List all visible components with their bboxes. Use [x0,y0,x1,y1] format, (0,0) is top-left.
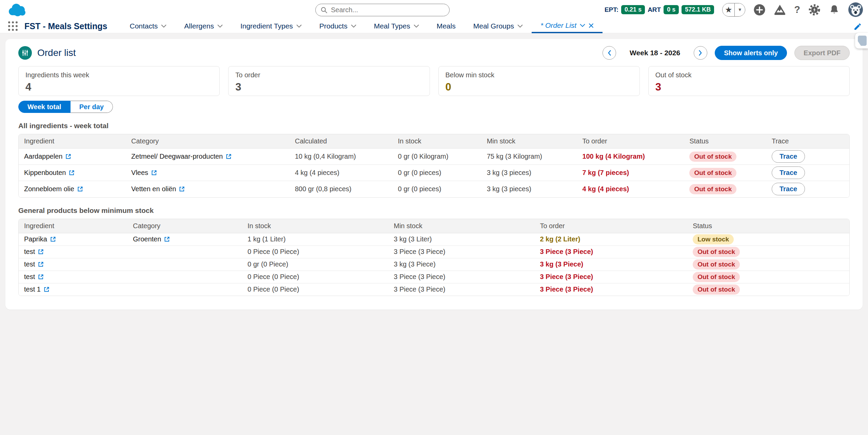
external-link-icon [77,186,83,192]
art-value-badge: 0 s [664,5,679,14]
chevron-down-icon[interactable] [161,24,166,28]
search-input[interactable] [331,6,445,14]
card-ingredients-this-week: Ingredients this week 4 [18,66,220,96]
chevron-down-icon[interactable] [414,24,419,28]
external-link-icon [38,261,44,267]
tab-allergens[interactable]: Allergens [175,19,232,33]
to-order-cell: 7 kg (7 pieces) [577,165,684,181]
next-week-button[interactable] [694,46,707,60]
chevron-down-icon[interactable] [351,24,356,28]
trace-button[interactable]: Trace [772,150,805,163]
table-row: test 1 0 Piece (0 Piece) 3 Piece (3 Piec… [19,283,849,296]
ingredient-link[interactable]: Aardappelen [24,153,71,160]
card-out-of-stock: Out of stock 3 [648,66,850,96]
panel-icon [858,36,867,46]
art-label: ART [648,6,661,14]
external-link-icon [179,186,185,192]
tab-order-list-active[interactable]: * Order List [532,19,603,33]
setup-gear-icon[interactable] [808,4,821,16]
to-order-cell: 2 kg (2 Liter) [534,233,687,245]
ingredient-link[interactable]: test 1 [24,285,50,293]
view-toggle: Week total Per day [18,101,113,113]
min-stock-cell: 3 Piece (3 Piece) [388,283,534,296]
chevron-down-icon[interactable] [517,24,523,28]
category-link[interactable]: Vetten en oliën [131,185,185,193]
help-icon[interactable]: ? [794,4,800,15]
tab-meal-groups[interactable]: Meal Groups [465,19,532,33]
external-link-icon [69,170,75,176]
calculated-cell: 10 kg (0,4 Kilogram) [290,149,393,165]
trailhead-icon[interactable] [774,4,786,16]
tab-meal-types[interactable]: Meal Types [365,19,428,33]
payload-size-badge: 572.1 KB [682,5,714,14]
to-order-cell: 100 kg (4 Kilogram) [577,149,684,165]
week-table-heading: All ingredients - week total [18,122,850,130]
performance-counters: EPT: 0.21 s ART 0 s 572.1 KB [605,5,714,14]
docked-panel-toggle[interactable] [855,33,868,48]
ingredient-link[interactable]: Kippenbouten [24,169,75,177]
chevron-right-icon [698,50,703,56]
per-day-toggle[interactable]: Per day [71,101,113,113]
to-order-cell: 3 kg (3 Piece) [534,258,687,271]
external-link-icon [38,249,44,255]
category-link[interactable]: Vlees [131,169,157,177]
tab-contacts[interactable]: Contacts [121,19,175,33]
favorite-star-icon[interactable]: ★ [723,3,735,16]
edit-pencil-icon[interactable] [853,22,862,32]
table-row: test 0 Piece (0 Piece) 3 Piece (3 Piece)… [19,245,849,258]
chevron-left-icon [607,50,611,56]
to-order-cell: 3 Piece (3 Piece) [534,283,687,296]
trace-button[interactable]: Trace [772,166,805,179]
in-stock-cell: 1 kg (1 Liter) [242,233,388,245]
chevron-down-icon[interactable] [580,24,585,27]
card-value: 3 [235,81,422,93]
category-link[interactable]: Groenten [133,235,170,243]
previous-week-button[interactable] [603,46,616,60]
tab-ingredient-types[interactable]: Ingredient Types [232,19,311,33]
ingredient-link[interactable]: test [24,273,44,281]
order-list-card: Order list Week 18 - 2026 Show alerts on… [5,39,863,310]
external-link-icon [151,170,157,176]
ingredient-link[interactable]: test [24,260,44,268]
summary-cards: Ingredients this week 4 To order 3 Below… [18,66,850,96]
table-row: test 0 Piece (0 Piece) 3 Piece (3 Piece)… [19,271,849,283]
tab-products[interactable]: Products [311,19,365,33]
calculated-cell: 4 kg (4 pieces) [290,165,393,181]
in-stock-cell: 0 Piece (0 Piece) [242,271,388,283]
ept-value-badge: 0.21 s [621,5,645,14]
ingredient-link[interactable]: Paprika [24,235,56,243]
favorites-dropdown-icon[interactable]: ▼ [735,3,745,16]
status-badge: Out of stock [693,259,740,270]
general-products-table: Ingredient Category In stock Min stock T… [19,219,849,296]
week-total-toggle[interactable]: Week total [18,101,71,113]
ingredient-link[interactable]: Zonnebloem olie [24,185,83,193]
show-alerts-only-button[interactable]: Show alerts only [715,46,787,60]
global-search[interactable] [315,4,450,16]
external-link-icon [226,154,232,159]
app-launcher-waffle-icon[interactable] [8,21,18,31]
min-stock-cell: 3 Piece (3 Piece) [388,245,534,258]
week-total-table: Ingredient Category Calculated In stock … [19,134,849,197]
external-link-icon [38,274,44,280]
card-value: 4 [25,81,213,93]
external-link-icon [65,154,71,159]
global-header: EPT: 0.21 s ART 0 s 572.1 KB ★ ▼ ? [0,0,868,19]
table-row: Kippenbouten Vlees 4 kg (4 pieces) 0 gr … [19,165,849,181]
in-stock-cell: 0 Piece (0 Piece) [242,283,388,296]
global-actions-plus-icon[interactable] [753,4,766,16]
trace-button[interactable]: Trace [772,183,805,195]
week-label: Week 18 - 2026 [630,49,680,57]
notifications-bell-icon[interactable] [829,4,840,15]
ingredient-link[interactable]: test [24,248,44,256]
chevron-down-icon[interactable] [296,24,302,28]
tab-meals[interactable]: Meals [428,19,465,33]
close-tab-icon[interactable] [589,23,594,28]
external-link-icon [44,286,50,292]
general-table-heading: General products below minimum stock [18,206,850,215]
user-avatar[interactable] [848,2,863,17]
category-link[interactable]: Zetmeel/ Deegwaar-producten [131,153,232,160]
favorites-split-button[interactable]: ★ ▼ [722,3,745,17]
card-below-min-stock: Below min stock 0 [438,66,640,96]
chevron-down-icon[interactable] [217,24,223,28]
export-pdf-button[interactable]: Export PDF [794,46,850,60]
